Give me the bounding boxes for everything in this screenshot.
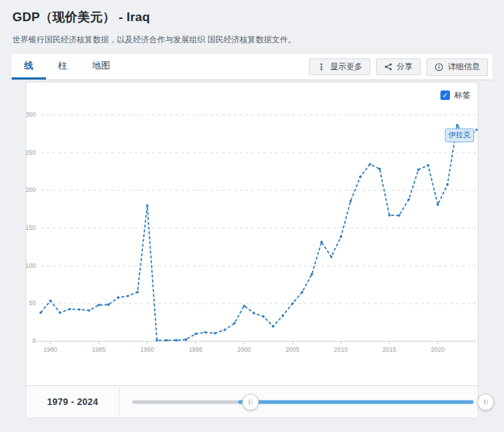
svg-text:2020: 2020 <box>431 346 445 353</box>
svg-text:200: 200 <box>26 186 36 193</box>
share-button[interactable]: 分享 <box>376 58 421 75</box>
labels-toggle[interactable]: ✓ 标签 <box>440 90 470 101</box>
svg-text:1990: 1990 <box>140 346 154 353</box>
year-range-slider <box>120 386 478 417</box>
svg-text:2010: 2010 <box>334 346 348 353</box>
year-range-label: 1979 - 2024 <box>26 397 119 407</box>
svg-text:100: 100 <box>26 262 36 269</box>
tab-map[interactable]: 地图 <box>80 54 123 80</box>
series-label-iraq[interactable]: 伊拉克 <box>445 128 474 142</box>
share-label: 分享 <box>397 63 413 71</box>
toolbar-actions: ⋮ 显示更多 分享 详细信息 <box>309 54 492 80</box>
page-subtitle: 世界银行国民经济核算数据，以及经济合作与发展组织 国民经济核算数据文件。 <box>12 34 492 45</box>
svg-text:2005: 2005 <box>286 346 299 353</box>
tab-bar[interactable]: 柱 <box>46 54 80 80</box>
show-more-label: 显示更多 <box>330 63 362 71</box>
details-button[interactable]: 详细信息 <box>427 58 488 76</box>
chart-type-tabs: 线 柱 地图 <box>12 54 123 80</box>
svg-text:250: 250 <box>26 149 36 156</box>
details-label: 详细信息 <box>448 63 480 71</box>
more-vertical-icon: ⋮ <box>317 63 326 71</box>
year-range-bar: 1979 - 2024 <box>26 386 478 418</box>
slider-handle-left[interactable] <box>243 393 259 410</box>
labels-checkbox-label: 标签 <box>454 90 470 101</box>
info-icon <box>435 63 443 72</box>
svg-text:0: 0 <box>32 337 36 344</box>
chart-panel: 0501001502002503001980198519901995200020… <box>26 82 478 386</box>
svg-text:150: 150 <box>26 224 36 231</box>
page-header: GDP（现价美元） - Iraq 世界银行国民经济核算数据，以及经济合作与发展组… <box>0 0 504 45</box>
svg-text:1995: 1995 <box>188 346 202 353</box>
gdp-line-chart: 0501001502002503001980198519901995200020… <box>26 82 478 385</box>
slider-selected-range <box>238 400 473 404</box>
svg-text:300: 300 <box>26 111 36 118</box>
tab-line[interactable]: 线 <box>12 54 46 80</box>
page-title: GDP（现价美元） - Iraq <box>12 9 492 26</box>
show-more-button[interactable]: ⋮ 显示更多 <box>309 58 370 75</box>
chart-type-tabbar: 线 柱 地图 ⋮ 显示更多 分享 详细信息 <box>12 54 492 80</box>
svg-text:1985: 1985 <box>92 346 106 353</box>
svg-text:2015: 2015 <box>383 346 397 353</box>
svg-text:1980: 1980 <box>43 346 57 353</box>
labels-checkbox[interactable]: ✓ <box>440 90 450 100</box>
svg-text:50: 50 <box>29 299 37 306</box>
share-icon <box>384 63 392 71</box>
svg-text:2000: 2000 <box>237 346 251 353</box>
slider-handle-right[interactable] <box>478 393 495 410</box>
